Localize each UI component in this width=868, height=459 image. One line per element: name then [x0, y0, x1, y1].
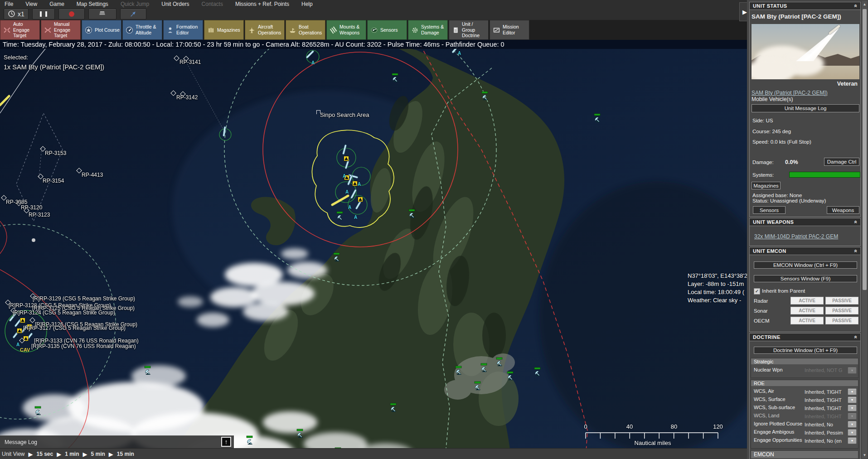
sensors-button-toolbar[interactable]: Sensors	[367, 20, 407, 40]
manual-engage-target-button[interactable]: ManualEngage Target	[41, 20, 81, 40]
damage-ctrl-button[interactable]: Damage Ctrl	[824, 158, 859, 166]
unit-message-log-button[interactable]: Unit Message Log	[752, 104, 859, 112]
group-refpoint-label[interactable]: [R]RP-3124 (CSG 5 Reagan Strike Group)	[13, 309, 115, 316]
mounts-weapons-button[interactable]: Mounts &Weapons	[326, 20, 366, 40]
doctrine-row-dropdown[interactable]: ▼	[848, 396, 857, 403]
screenshot-button[interactable]	[88, 9, 116, 19]
right-sidebar: UNIT STATUS« SAM Bty (Patriot [PAC-2 GEM…	[747, 0, 868, 459]
refpoint-label[interactable]: RP-3154	[43, 178, 64, 184]
map-area[interactable]: Sinpo Search Area RP-3141 RP-3142 RP-315…	[0, 0, 752, 459]
record-button[interactable]	[58, 9, 85, 19]
menu-missions-refpoints[interactable]: Missions + Ref. Points	[235, 1, 289, 7]
menu-unit-orders[interactable]: Unit Orders	[161, 1, 189, 7]
doctrine-row-dropdown[interactable]: ▼	[848, 429, 857, 436]
contact-letter: A	[354, 215, 357, 220]
record-icon	[69, 11, 74, 17]
unit-course: Course: 245 deg	[752, 129, 791, 134]
radar-passive-button[interactable]: PASSIVE	[825, 297, 858, 304]
time-compression-button[interactable]: x1	[4, 9, 29, 19]
map-canvas[interactable]	[0, 0, 752, 459]
throttle-altitude-button[interactable]: Throttle &Altitude	[122, 20, 162, 40]
mission-editor-icon	[493, 26, 500, 34]
sensors-window-button[interactable]: Sensors Window (F9)	[754, 275, 857, 282]
refpoint-label[interactable]: RP-4413	[82, 172, 103, 178]
doctrine-row-value: Inherited, TIGHT	[805, 406, 842, 411]
doctrine-row-dropdown[interactable]: ▼	[848, 413, 857, 420]
unit-link[interactable]: SAM Bty (Patriot [PAC-2 GEM])	[752, 90, 828, 96]
group-refpoint-label[interactable]: [R]RP-3135 (CVN 76 USS Ronald Reagan)	[31, 343, 136, 349]
sidebar-scrollbar[interactable]: ▲ ▼	[862, 1, 867, 458]
emcon-subheader[interactable]: EMCON	[751, 451, 858, 458]
menu-map-settings[interactable]: Map Settings	[77, 1, 108, 7]
group-refpoint-label[interactable]: [R]RP-3129 (CSG 5 Reagan Strike Group)	[33, 295, 135, 302]
doctrine-row-dropdown[interactable]: ▼	[848, 437, 857, 444]
weapons-side-button[interactable]: Weapons	[827, 206, 859, 214]
boat-operations-button[interactable]: BoatOperations	[286, 20, 325, 40]
mission-editor-button[interactable]: MissionEditor	[490, 20, 529, 40]
systems-damage-button[interactable]: Systems &Damage	[408, 20, 448, 40]
scroll-down-icon[interactable]: ▼	[862, 452, 867, 458]
magazines-button[interactable]: Magazines	[204, 20, 244, 40]
doctrine-row-dropdown[interactable]: ▼	[848, 405, 857, 411]
refpoint-label[interactable]: RP-3123	[29, 212, 50, 218]
scroll-up-icon[interactable]: ▲	[862, 1, 867, 7]
unit-emcon-header[interactable]: UNIT EMCON«	[750, 247, 860, 255]
time-step-5min[interactable]: 5 min	[91, 451, 105, 457]
boat-icon	[289, 26, 296, 34]
search-area-label: Sinpo Search Area	[320, 111, 369, 118]
play-icon: ▶	[109, 451, 113, 458]
carrier-tag[interactable]: CAV	[20, 347, 30, 353]
refpoint-label[interactable]: RP-3141	[179, 59, 201, 65]
sonar-active-button[interactable]: ACTIVE	[790, 307, 824, 314]
inherit-parent-checkbox[interactable]: ✓	[754, 288, 760, 295]
oecm-passive-button[interactable]: PASSIVE	[825, 317, 858, 324]
unit-weapons-header[interactable]: UNIT WEAPONS«	[750, 218, 860, 226]
doctrine-window-button[interactable]: Doctrine Window (Ctrl + F9)	[754, 347, 857, 354]
time-step-1min[interactable]: 1 min	[65, 451, 79, 457]
unit-type: Mobile Vehicle(s)	[752, 96, 793, 102]
scrollbar-thumb[interactable]	[863, 9, 867, 290]
time-step-15min[interactable]: 15 min	[117, 451, 134, 457]
message-log-expand-button[interactable]: ↑	[221, 437, 231, 447]
refpoint-label[interactable]: RP-3153	[45, 150, 66, 156]
doctrine-row-dropdown[interactable]: ▼	[848, 421, 857, 428]
sensors-side-button[interactable]: Sensors	[753, 206, 786, 214]
aircraft-icon	[248, 26, 256, 34]
menu-quick-jump[interactable]: Quick Jump	[121, 1, 149, 7]
unit-status-header[interactable]: UNIT STATUS«	[750, 2, 860, 10]
weapon-link[interactable]: 32x MIM-104D Patriot PAC-2 GEM	[754, 233, 838, 240]
formation-editor-button[interactable]: FormationEditor	[163, 20, 203, 40]
emcon-window-button[interactable]: EMCON Window (Ctrl + F9)	[754, 261, 857, 269]
doctrine-row-label: Engage Ambigous	[754, 429, 794, 435]
time-step-15sec[interactable]: 15 sec	[36, 451, 53, 457]
nuclear-wpn-dropdown[interactable]: ▼	[848, 367, 857, 374]
aircraft-operations-button[interactable]: AircraftOperations	[245, 20, 285, 40]
magazines-side-button[interactable]: Magazines	[752, 182, 781, 189]
menu-game[interactable]: Game	[49, 1, 64, 7]
cursor-coords: N37°18'03", E143°38'2	[688, 272, 747, 279]
sonar-passive-button[interactable]: PASSIVE	[825, 307, 858, 314]
damage-value: 0.0%	[785, 159, 798, 165]
pause-button[interactable]	[32, 9, 55, 19]
group-refpoint-label[interactable]: [R]RP-3127 (CSG 5 Reagan Strike Group)	[23, 325, 126, 331]
menu-contacts[interactable]: Contacts	[202, 1, 223, 7]
menu-help[interactable]: Help	[301, 1, 313, 7]
oecm-active-button[interactable]: ACTIVE	[790, 317, 824, 324]
doctrine-header[interactable]: DOCTRINE«	[750, 333, 860, 341]
doctrine-row-label: WCS, Air	[754, 388, 774, 394]
doctrine-row-dropdown[interactable]: ▼	[848, 388, 857, 395]
menu-view[interactable]: View	[25, 1, 37, 7]
refpoint-label[interactable]: RP-3142	[176, 94, 198, 101]
contact-letter: A	[345, 189, 349, 194]
menu-file[interactable]: File	[5, 1, 13, 7]
menu-bar: File View Game Map Settings Quick Jump U…	[0, 0, 868, 8]
auto-engage-target-button[interactable]: Auto EngageTarget	[0, 20, 40, 40]
radar-active-button[interactable]: ACTIVE	[790, 297, 824, 304]
unit-speed: Speed: 0.0 kts (Full Stop)	[752, 139, 811, 145]
nuclear-wpn-label: Nuclear Wpn	[754, 367, 783, 372]
view-mode-label[interactable]: Unit View	[2, 451, 24, 457]
refpoint-label[interactable]: RP-3120	[21, 204, 42, 211]
jump-button[interactable]	[120, 9, 146, 19]
plot-course-button[interactable]: Plot Course	[82, 20, 121, 40]
unit-group-doctrine-button[interactable]: Unit / GroupDoctrine	[449, 20, 489, 40]
